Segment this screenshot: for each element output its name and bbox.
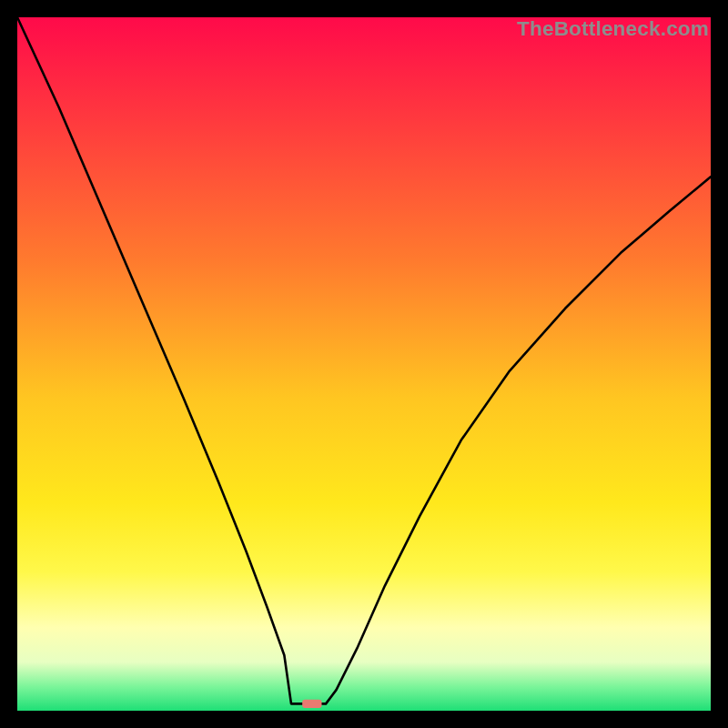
gradient-background	[17, 17, 711, 711]
plot-svg	[17, 17, 711, 711]
marker-group	[302, 700, 321, 708]
bottom-marker	[302, 700, 321, 708]
chart-frame: TheBottleneck.com	[0, 0, 728, 728]
plot-area: TheBottleneck.com	[17, 17, 711, 711]
watermark-text: TheBottleneck.com	[517, 17, 709, 41]
